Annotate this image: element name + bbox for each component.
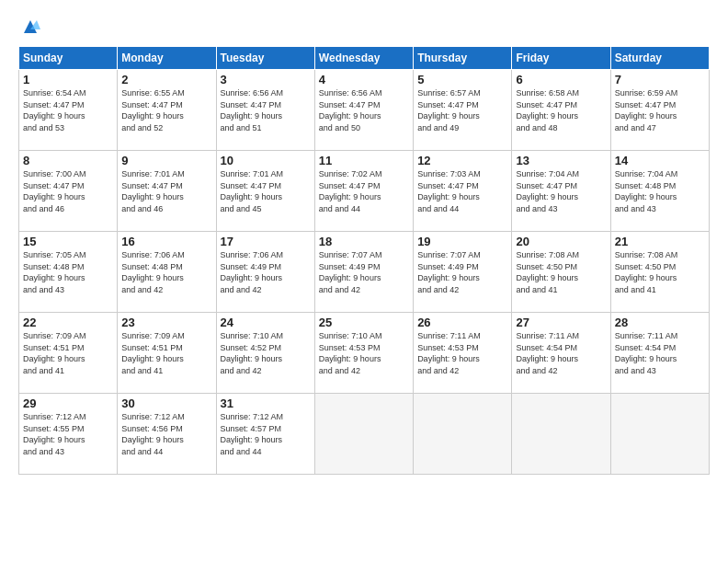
calendar-cell (414, 394, 512, 475)
day-number: 14 (615, 154, 705, 167)
week-row-2: 8Sunrise: 7:00 AMSunset: 4:47 PMDaylight… (19, 151, 710, 232)
day-info: Sunrise: 7:02 AMSunset: 4:47 PMDaylight:… (319, 168, 409, 214)
day-info: Sunrise: 7:08 AMSunset: 4:50 PMDaylight:… (615, 249, 705, 295)
day-number: 4 (319, 73, 409, 86)
calendar-cell: 5Sunrise: 6:57 AMSunset: 4:47 PMDaylight… (414, 70, 512, 151)
day-number: 25 (319, 316, 409, 329)
day-number: 21 (615, 235, 705, 248)
col-header-thursday: Thursday (414, 47, 512, 70)
day-info: Sunrise: 7:09 AMSunset: 4:51 PMDaylight:… (23, 330, 113, 376)
day-info: Sunrise: 7:10 AMSunset: 4:52 PMDaylight:… (221, 330, 311, 376)
day-info: Sunrise: 7:01 AMSunset: 4:47 PMDaylight:… (121, 168, 211, 214)
calendar-cell: 18Sunrise: 7:07 AMSunset: 4:49 PMDayligh… (314, 232, 413, 313)
day-number: 26 (417, 316, 507, 329)
calendar-cell (314, 394, 413, 475)
calendar-cell: 7Sunrise: 6:59 AMSunset: 4:47 PMDaylight… (610, 70, 709, 151)
col-header-friday: Friday (512, 47, 610, 70)
calendar-cell: 24Sunrise: 7:10 AMSunset: 4:52 PMDayligh… (216, 313, 314, 394)
calendar-cell (610, 394, 709, 475)
day-number: 1 (23, 73, 113, 86)
calendar-cell: 23Sunrise: 7:09 AMSunset: 4:51 PMDayligh… (118, 313, 216, 394)
calendar-cell (512, 394, 610, 475)
day-info: Sunrise: 7:08 AMSunset: 4:50 PMDaylight:… (516, 249, 606, 295)
day-info: Sunrise: 6:55 AMSunset: 4:47 PMDaylight:… (121, 87, 211, 133)
week-row-1: 1Sunrise: 6:54 AMSunset: 4:47 PMDaylight… (19, 70, 710, 151)
day-info: Sunrise: 7:06 AMSunset: 4:48 PMDaylight:… (121, 249, 211, 295)
calendar-cell: 13Sunrise: 7:04 AMSunset: 4:47 PMDayligh… (512, 151, 610, 232)
day-info: Sunrise: 6:54 AMSunset: 4:47 PMDaylight:… (23, 87, 113, 133)
calendar-cell: 4Sunrise: 6:56 AMSunset: 4:47 PMDaylight… (314, 70, 413, 151)
calendar-cell: 16Sunrise: 7:06 AMSunset: 4:48 PMDayligh… (118, 232, 216, 313)
day-number: 18 (319, 235, 409, 248)
day-info: Sunrise: 7:04 AMSunset: 4:48 PMDaylight:… (615, 168, 705, 214)
day-info: Sunrise: 7:11 AMSunset: 4:54 PMDaylight:… (615, 330, 705, 376)
calendar-cell: 8Sunrise: 7:00 AMSunset: 4:47 PMDaylight… (19, 151, 118, 232)
day-number: 22 (23, 316, 113, 329)
calendar-cell: 25Sunrise: 7:10 AMSunset: 4:53 PMDayligh… (314, 313, 413, 394)
calendar-cell: 11Sunrise: 7:02 AMSunset: 4:47 PMDayligh… (314, 151, 413, 232)
col-header-tuesday: Tuesday (216, 47, 314, 70)
day-number: 8 (23, 154, 113, 167)
day-number: 7 (615, 73, 705, 86)
day-number: 30 (121, 396, 211, 410)
calendar-cell: 15Sunrise: 7:05 AMSunset: 4:48 PMDayligh… (19, 232, 118, 313)
day-info: Sunrise: 7:11 AMSunset: 4:53 PMDaylight:… (417, 330, 507, 376)
day-info: Sunrise: 7:10 AMSunset: 4:53 PMDaylight:… (319, 330, 409, 376)
col-header-saturday: Saturday (610, 47, 709, 70)
calendar-cell: 2Sunrise: 6:55 AMSunset: 4:47 PMDaylight… (118, 70, 216, 151)
day-number: 13 (516, 154, 606, 167)
week-row-5: 29Sunrise: 7:12 AMSunset: 4:55 PMDayligh… (19, 394, 710, 475)
calendar-cell: 12Sunrise: 7:03 AMSunset: 4:47 PMDayligh… (414, 151, 512, 232)
day-number: 27 (516, 316, 606, 329)
calendar-cell: 27Sunrise: 7:11 AMSunset: 4:54 PMDayligh… (512, 313, 610, 394)
calendar-cell: 31Sunrise: 7:12 AMSunset: 4:57 PMDayligh… (216, 394, 314, 475)
col-header-sunday: Sunday (19, 47, 118, 70)
calendar-cell: 17Sunrise: 7:06 AMSunset: 4:49 PMDayligh… (216, 232, 314, 313)
calendar-cell: 3Sunrise: 6:56 AMSunset: 4:47 PMDaylight… (216, 70, 314, 151)
day-info: Sunrise: 7:00 AMSunset: 4:47 PMDaylight:… (23, 168, 113, 214)
day-info: Sunrise: 6:59 AMSunset: 4:47 PMDaylight:… (615, 87, 705, 133)
day-info: Sunrise: 7:04 AMSunset: 4:47 PMDaylight:… (516, 168, 606, 214)
day-info: Sunrise: 7:05 AMSunset: 4:48 PMDaylight:… (23, 249, 113, 295)
day-info: Sunrise: 7:07 AMSunset: 4:49 PMDaylight:… (417, 249, 507, 295)
day-number: 16 (121, 235, 211, 248)
calendar-cell: 14Sunrise: 7:04 AMSunset: 4:48 PMDayligh… (610, 151, 709, 232)
day-info: Sunrise: 7:09 AMSunset: 4:51 PMDaylight:… (121, 330, 211, 376)
day-number: 5 (417, 73, 507, 86)
week-row-3: 15Sunrise: 7:05 AMSunset: 4:48 PMDayligh… (19, 232, 710, 313)
calendar-cell: 10Sunrise: 7:01 AMSunset: 4:47 PMDayligh… (216, 151, 314, 232)
day-number: 2 (121, 73, 211, 86)
day-info: Sunrise: 7:12 AMSunset: 4:55 PMDaylight:… (23, 411, 113, 457)
calendar-cell: 26Sunrise: 7:11 AMSunset: 4:53 PMDayligh… (414, 313, 512, 394)
day-info: Sunrise: 6:57 AMSunset: 4:47 PMDaylight:… (417, 87, 507, 133)
day-number: 15 (23, 235, 113, 248)
calendar-cell: 28Sunrise: 7:11 AMSunset: 4:54 PMDayligh… (610, 313, 709, 394)
day-number: 12 (417, 154, 507, 167)
day-number: 20 (516, 235, 606, 248)
day-number: 9 (121, 154, 211, 167)
header (18, 17, 710, 37)
logo-icon (20, 17, 40, 37)
day-info: Sunrise: 7:11 AMSunset: 4:54 PMDaylight:… (516, 330, 606, 376)
calendar-cell: 22Sunrise: 7:09 AMSunset: 4:51 PMDayligh… (19, 313, 118, 394)
day-number: 6 (516, 73, 606, 86)
day-number: 29 (23, 396, 113, 410)
header-row: SundayMondayTuesdayWednesdayThursdayFrid… (19, 47, 710, 70)
day-number: 19 (417, 235, 507, 248)
calendar-cell: 1Sunrise: 6:54 AMSunset: 4:47 PMDaylight… (19, 70, 118, 151)
calendar-cell: 29Sunrise: 7:12 AMSunset: 4:55 PMDayligh… (19, 394, 118, 475)
day-info: Sunrise: 6:58 AMSunset: 4:47 PMDaylight:… (516, 87, 606, 133)
calendar-cell: 9Sunrise: 7:01 AMSunset: 4:47 PMDaylight… (118, 151, 216, 232)
logo (18, 17, 40, 37)
calendar-cell: 19Sunrise: 7:07 AMSunset: 4:49 PMDayligh… (414, 232, 512, 313)
day-number: 24 (221, 316, 311, 329)
day-number: 31 (221, 396, 311, 410)
calendar-cell: 20Sunrise: 7:08 AMSunset: 4:50 PMDayligh… (512, 232, 610, 313)
day-number: 28 (615, 316, 705, 329)
day-number: 23 (121, 316, 211, 329)
calendar-table: SundayMondayTuesdayWednesdayThursdayFrid… (18, 46, 710, 475)
day-info: Sunrise: 7:07 AMSunset: 4:49 PMDaylight:… (319, 249, 409, 295)
col-header-wednesday: Wednesday (314, 47, 413, 70)
calendar-cell: 30Sunrise: 7:12 AMSunset: 4:56 PMDayligh… (118, 394, 216, 475)
day-info: Sunrise: 6:56 AMSunset: 4:47 PMDaylight:… (319, 87, 409, 133)
